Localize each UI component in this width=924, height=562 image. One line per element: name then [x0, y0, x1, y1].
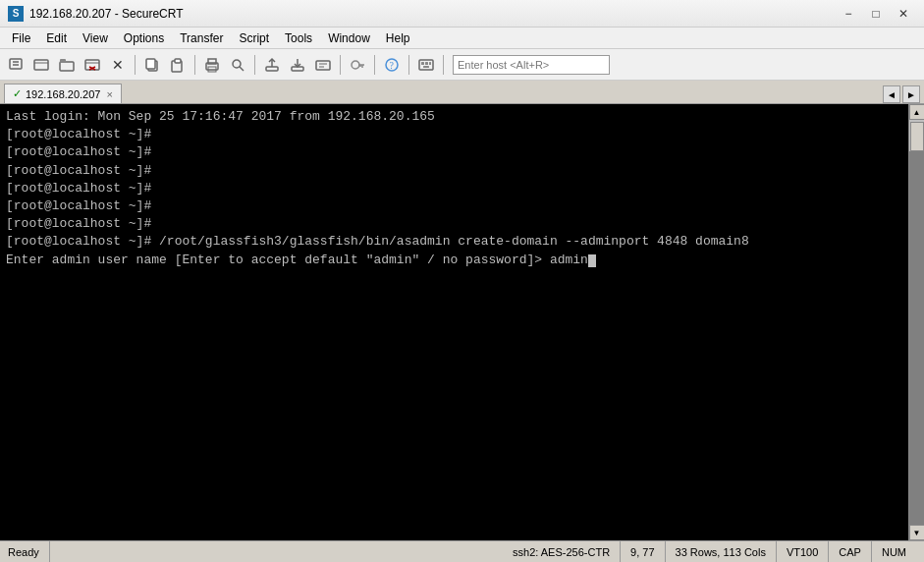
tb-sftp-btn[interactable]: [311, 53, 335, 77]
tb-new-session-btn[interactable]: [4, 53, 27, 77]
svg-line-19: [240, 67, 244, 71]
tb-download-btn[interactable]: [286, 53, 309, 77]
status-bar: Ready ssh2: AES-256-CTR 9, 77 33 Rows, 1…: [0, 540, 924, 562]
minimize-button[interactable]: −: [836, 4, 861, 24]
status-cap: CAP: [829, 541, 872, 562]
svg-rect-16: [208, 59, 216, 64]
tb-connect-tab-btn[interactable]: [55, 53, 79, 77]
status-encryption-text: ssh2: AES-256-CTR: [513, 546, 610, 558]
menu-tools[interactable]: Tools: [277, 29, 320, 47]
svg-rect-0: [10, 59, 22, 69]
tb-upload-btn[interactable]: [260, 53, 284, 77]
tab-nav-right-button[interactable]: ►: [902, 85, 920, 103]
terminal-cursor: [588, 254, 596, 267]
tab-navigation: ◄ ►: [883, 85, 920, 103]
svg-text:?: ?: [390, 60, 395, 71]
svg-rect-35: [425, 62, 428, 65]
terminal-line-1: Last login: Mon Sep 25 17:16:47 2017 fro…: [6, 109, 749, 267]
svg-rect-3: [34, 60, 48, 70]
tb-close-btn[interactable]: ✕: [106, 53, 130, 77]
close-button[interactable]: ✕: [891, 4, 916, 24]
window-controls: − □ ✕: [836, 4, 916, 24]
status-encryption: ssh2: AES-256-CTR: [503, 541, 621, 562]
status-terminal-text: VT100: [787, 546, 818, 558]
app-icon-letter: S: [13, 8, 20, 19]
tb-find-btn[interactable]: [226, 53, 249, 77]
status-ready: Ready: [8, 541, 50, 562]
terminal-scrollbar[interactable]: ▲ ▼: [908, 104, 924, 540]
menu-edit[interactable]: Edit: [38, 29, 75, 47]
tb-separator-4: [340, 55, 341, 75]
tb-print-btn[interactable]: [200, 53, 224, 77]
scroll-down-button[interactable]: ▼: [909, 525, 925, 540]
tb-separator-1: [135, 55, 136, 75]
scroll-thumb[interactable]: [910, 122, 924, 151]
terminal-wrapper: Last login: Mon Sep 25 17:16:47 2017 fro…: [0, 104, 924, 540]
tb-copy-btn[interactable]: [140, 53, 164, 77]
host-input-container: [453, 55, 610, 75]
status-cap-text: CAP: [839, 546, 861, 558]
status-position: 9, 77: [621, 541, 665, 562]
tab-check-icon: ✓: [13, 87, 22, 100]
status-dimensions-text: 33 Rows, 113 Cols: [676, 546, 766, 558]
svg-point-27: [352, 61, 359, 69]
status-num-text: NUM: [882, 546, 906, 558]
tb-separator-2: [194, 55, 195, 75]
menu-file[interactable]: File: [4, 29, 38, 47]
menu-window[interactable]: Window: [320, 29, 378, 47]
maximize-button[interactable]: □: [863, 4, 889, 24]
tab-nav-left-button[interactable]: ◄: [883, 85, 900, 103]
tab-list: ✓ 192.168.20.207 ×: [4, 84, 122, 103]
menu-bar: File Edit View Options Transfer Script T…: [0, 28, 924, 49]
tb-separator-3: [254, 55, 255, 75]
svg-rect-6: [60, 59, 66, 63]
scroll-track[interactable]: [909, 151, 924, 525]
svg-rect-20: [266, 67, 278, 71]
tb-connect-btn[interactable]: [29, 53, 53, 77]
scroll-up-button[interactable]: ▲: [909, 104, 925, 120]
svg-rect-37: [423, 66, 429, 68]
menu-transfer[interactable]: Transfer: [172, 29, 231, 47]
menu-view[interactable]: View: [75, 29, 116, 47]
window-title: 192.168.20.207 - SecureCRT: [29, 7, 184, 21]
menu-help[interactable]: Help: [378, 29, 418, 47]
app-icon: S: [8, 6, 24, 22]
menu-script[interactable]: Script: [231, 29, 277, 47]
svg-point-18: [233, 60, 241, 68]
tb-separator-7: [443, 55, 444, 75]
tab-label: 192.168.20.207: [26, 88, 100, 100]
title-left: S 192.168.20.207 - SecureCRT: [8, 6, 184, 22]
status-terminal-type: VT100: [777, 541, 829, 562]
svg-rect-36: [429, 62, 431, 65]
tab-bar: ✓ 192.168.20.207 × ◄ ►: [0, 81, 924, 104]
tb-key-btn[interactable]: [346, 53, 369, 77]
svg-rect-34: [421, 62, 424, 65]
tb-separator-5: [374, 55, 375, 75]
title-bar: S 192.168.20.207 - SecureCRT − □ ✕: [0, 0, 924, 28]
svg-rect-12: [146, 59, 155, 69]
tb-paste-btn[interactable]: [166, 53, 190, 77]
svg-rect-24: [316, 61, 330, 70]
svg-rect-5: [60, 62, 74, 71]
svg-rect-14: [175, 59, 181, 63]
terminal-output[interactable]: Last login: Mon Sep 25 17:16:47 2017 fro…: [0, 104, 908, 540]
tb-separator-6: [408, 55, 409, 75]
host-input[interactable]: [453, 55, 610, 75]
tab-close-button[interactable]: ×: [106, 88, 112, 100]
status-dimensions: 33 Rows, 113 Cols: [666, 541, 777, 562]
menu-options[interactable]: Options: [116, 29, 172, 47]
toolbar: ✕ ?: [0, 49, 924, 81]
status-num: NUM: [872, 541, 916, 562]
tb-keymap-btn[interactable]: [414, 53, 438, 77]
tb-help-btn[interactable]: ?: [380, 53, 404, 77]
session-tab[interactable]: ✓ 192.168.20.207 ×: [4, 84, 122, 103]
status-position-text: 9, 77: [630, 546, 654, 558]
status-ready-text: Ready: [8, 546, 39, 558]
tb-disconnect-btn[interactable]: [81, 53, 104, 77]
